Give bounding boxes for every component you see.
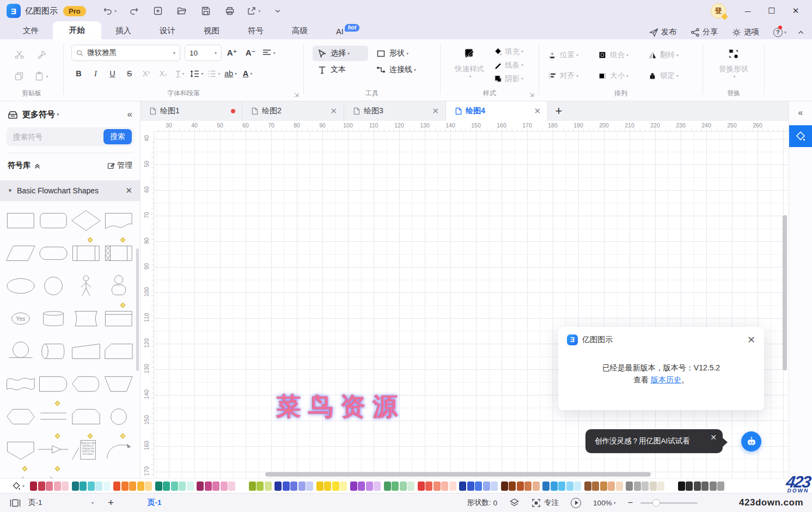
layers-icon[interactable] [509, 498, 520, 508]
color-swatch[interactable] [221, 481, 228, 491]
zoom-level-dropdown[interactable]: 100%▾ [593, 499, 616, 507]
symbol-circle-small[interactable] [102, 400, 135, 433]
symbol-document[interactable] [102, 204, 135, 237]
color-swatch[interactable] [517, 481, 524, 491]
replace-shape-button[interactable]: 替换形状▾ [712, 46, 755, 79]
position-button[interactable]: 位置▾ [548, 45, 598, 65]
zoom-slider[interactable] [640, 502, 698, 504]
color-swatch[interactable] [80, 481, 87, 491]
color-swatch[interactable] [710, 481, 717, 491]
undo-button[interactable]: ▾ [102, 3, 118, 19]
color-swatch[interactable] [298, 481, 306, 491]
color-swatch[interactable] [249, 481, 256, 491]
superscript-button[interactable]: X² [139, 66, 154, 81]
symbol-yes-ellipse[interactable]: Yes [4, 302, 37, 335]
menu-tab-插入[interactable]: 插入 [101, 22, 145, 39]
color-swatch[interactable] [155, 481, 162, 491]
color-swatch[interactable] [434, 481, 441, 491]
vertical-scrollbar[interactable] [783, 215, 787, 370]
color-swatch[interactable] [626, 481, 633, 491]
align-shapes-button[interactable]: 对齐▾ [548, 65, 598, 86]
right-panel-collapse-icon[interactable]: « [798, 108, 803, 118]
tab-close-icon[interactable]: ✕ [534, 106, 541, 116]
color-swatch[interactable] [62, 481, 69, 491]
decrease-font-button[interactable]: A⁻ [242, 45, 259, 61]
tab-close-icon[interactable]: ✕ [330, 106, 337, 116]
color-swatch[interactable] [717, 481, 724, 491]
minimize-button[interactable]: ─ [736, 2, 760, 20]
color-swatch[interactable] [350, 481, 357, 491]
color-swatch[interactable] [38, 481, 45, 491]
sidebar-scrollbar[interactable] [136, 248, 139, 371]
color-swatch[interactable] [459, 481, 466, 491]
connector-tool-button[interactable]: 连接线▾ [371, 62, 435, 77]
library-collapse-icon[interactable] [34, 162, 41, 169]
color-swatch[interactable] [441, 481, 448, 491]
color-swatch[interactable] [400, 481, 407, 491]
symbol-double-line[interactable] [37, 400, 70, 433]
color-swatch[interactable] [171, 481, 178, 491]
symbol-brace-right[interactable] [37, 466, 70, 478]
italic-button[interactable]: I [88, 66, 103, 81]
color-swatch[interactable] [103, 481, 111, 491]
color-swatch[interactable] [392, 481, 399, 491]
color-swatch[interactable] [524, 481, 532, 491]
color-swatch[interactable] [467, 481, 474, 491]
shape-tool-button[interactable]: 形状▾ [371, 46, 435, 61]
color-swatch[interactable] [678, 481, 685, 491]
color-swatch[interactable] [179, 481, 186, 491]
menu-tab-开始[interactable]: 开始 [53, 21, 101, 39]
menu-tab-文件[interactable]: 文件 [9, 22, 53, 39]
focus-mode-button[interactable]: 专注 [532, 498, 559, 508]
group-button[interactable]: 组合▾ [598, 45, 648, 65]
color-swatch[interactable] [265, 481, 272, 491]
options-button[interactable]: 选项 [732, 27, 759, 37]
maximize-button[interactable]: ☐ [760, 2, 784, 20]
color-swatch[interactable] [163, 481, 170, 491]
symbol-manual-operation[interactable] [102, 368, 135, 400]
align-button[interactable]: ▾ [261, 45, 277, 61]
shape-section-header[interactable]: ▼ Basic Flowchart Shapes ✕ [0, 180, 140, 201]
color-swatch[interactable] [694, 481, 701, 491]
manage-library-button[interactable]: 管理 [107, 161, 132, 170]
doc-tab-绘图1[interactable]: 绘图1 [141, 101, 242, 121]
open-file-button[interactable] [174, 3, 190, 19]
help-button[interactable]: ? ▾ [773, 28, 786, 37]
color-swatch[interactable] [616, 481, 623, 491]
color-swatch[interactable] [212, 481, 219, 491]
color-swatch[interactable] [509, 481, 516, 491]
font-size-select[interactable]: 10▾ [185, 45, 222, 61]
color-swatch[interactable] [558, 481, 565, 491]
publish-button[interactable]: 发布 [649, 27, 676, 37]
color-swatch[interactable] [475, 481, 482, 491]
color-swatch[interactable] [137, 481, 144, 491]
color-swatch[interactable] [418, 481, 425, 491]
symbol-brace-left[interactable] [4, 466, 37, 478]
bullet-list-button[interactable]: ▾ [206, 66, 221, 81]
underline-button[interactable]: U [105, 66, 120, 81]
text-tool-button[interactable]: 文本 [313, 62, 368, 77]
zoom-slider-handle[interactable] [652, 499, 660, 507]
color-swatch[interactable] [324, 481, 331, 491]
zoom-out-button[interactable]: − [628, 498, 633, 508]
color-swatch[interactable] [72, 481, 79, 491]
fill-button[interactable]: 填充▾ [494, 45, 523, 58]
color-swatch[interactable] [121, 481, 129, 491]
doc-tab-绘图2[interactable]: 绘图2✕ [242, 101, 344, 121]
symbol-manual-input[interactable] [70, 335, 102, 368]
menu-tab-AI[interactable]: AIhot [322, 24, 374, 39]
color-swatch[interactable] [574, 481, 581, 491]
color-swatch[interactable] [88, 481, 95, 491]
color-swatch[interactable] [358, 481, 365, 491]
doc-tab-绘图4[interactable]: 绘图4✕ [446, 101, 548, 121]
color-swatch[interactable] [283, 481, 290, 491]
size-button[interactable]: 大小▾ [598, 65, 648, 86]
symbol-cut-rect[interactable] [70, 400, 102, 433]
login-avatar-badge[interactable]: 登 [711, 3, 726, 19]
font-color-button[interactable]: A▾ [240, 66, 255, 81]
sidebar-title[interactable]: 更多符号 [22, 109, 55, 120]
text-style-button[interactable]: T▾ [173, 66, 187, 81]
symbol-loop[interactable] [4, 335, 37, 368]
color-swatch[interactable] [30, 481, 37, 491]
flip-button[interactable]: 翻转▾ [648, 45, 698, 65]
